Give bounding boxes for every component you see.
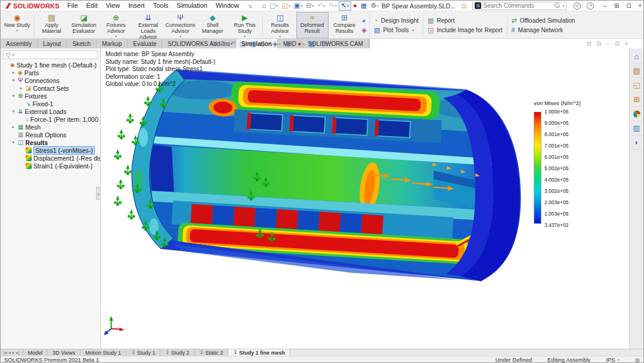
undo-icon[interactable]: ↶▾ bbox=[315, 1, 327, 11]
feedback-smiley-icon[interactable]: ☺ bbox=[457, 2, 471, 10]
help-icon[interactable]: ? bbox=[587, 2, 594, 10]
shell-manager-button[interactable]: ◆Shell Manager bbox=[197, 12, 229, 38]
forum-icon[interactable]: ◗ bbox=[630, 136, 643, 150]
graphics-viewport[interactable]: Model name: BP Spear AssemblyStudy name:… bbox=[101, 48, 629, 349]
trend-tracker-icon[interactable]: ◕ bbox=[362, 17, 367, 24]
tree-item-connections[interactable]: ▾ΨConnections bbox=[1, 76, 100, 84]
home-tab-icon[interactable]: ⌂ bbox=[630, 50, 643, 64]
doc-tab-study-1[interactable]: ↧Study 1 bbox=[126, 349, 160, 356]
prev-tab-button[interactable]: ◂ bbox=[8, 350, 11, 355]
design-library-icon[interactable]: ▤ bbox=[630, 64, 643, 78]
report-button[interactable]: ▥Report bbox=[428, 17, 502, 24]
offloaded-simulation-button[interactable]: ⇄Offloaded Simulation bbox=[512, 17, 575, 24]
first-tab-button[interactable]: |◂ bbox=[4, 350, 7, 355]
open-icon[interactable]: ◱▾ bbox=[280, 1, 292, 11]
status-globe-icon[interactable]: ◍ bbox=[635, 356, 640, 363]
menu-tools[interactable]: Tools bbox=[149, 1, 173, 11]
deformed-result-button[interactable]: ≈Deformed Result bbox=[296, 12, 329, 38]
panel-collapse-handle[interactable]: ◂ bbox=[96, 187, 100, 200]
run-this-study-button[interactable]: ▶Run This Study▾ bbox=[229, 12, 261, 38]
tree-item-fixed-1[interactable]: ↘Fixed-1 bbox=[1, 100, 100, 107]
select-arrow-icon[interactable]: ↖▾ bbox=[339, 1, 351, 11]
menu-window[interactable]: Window bbox=[212, 1, 243, 11]
tree-item-strain1-equivalent[interactable]: Strain1 (-Equivalent-) bbox=[1, 162, 100, 170]
doc-tab-study-1-fine-mesh[interactable]: ↧Study 1 fine mesh bbox=[228, 349, 290, 356]
tree-item-force-1-per-item-1-000-lbf[interactable]: ↓Force-1 (Per item: 1,000 lbf.) bbox=[1, 115, 100, 123]
tree-item-contact-sets[interactable]: ▸◪Contact Sets bbox=[1, 84, 100, 92]
tree-item-stress1-vonmises[interactable]: Stress1 (-vonMises-) bbox=[1, 146, 100, 154]
unit-system-selector[interactable]: IPS▾ bbox=[606, 356, 619, 363]
print-icon[interactable]: ⊟▾ bbox=[304, 1, 315, 11]
grid-viewports-button[interactable]: ⊞ bbox=[614, 2, 619, 9]
tree-item-displacement1-res-disp[interactable]: Displacement1 (-Res disp-) bbox=[1, 154, 100, 162]
new-document-icon[interactable]: ▢▾ bbox=[268, 1, 280, 11]
doc-tab-static-2[interactable]: ↧Static 2 bbox=[195, 349, 229, 356]
tab-layout[interactable]: Layout bbox=[38, 39, 67, 48]
search-icon[interactable] bbox=[555, 3, 560, 8]
tree-item-study-1-fine-mesh-default[interactable]: ◈Study 1 fine mesh (-Default-) bbox=[1, 61, 100, 69]
design-insight-button[interactable]: ◔Design Insight bbox=[374, 17, 419, 24]
evaluate-panel-icon[interactable]: ▦ bbox=[359, 1, 369, 11]
external-loads-advisor-button[interactable]: ⇊External Loads Advisor▾ bbox=[132, 12, 165, 38]
fatigue-check-icon[interactable]: ◈ bbox=[362, 26, 367, 34]
pin-menu-icon[interactable]: ↘ bbox=[244, 2, 255, 9]
close-button[interactable]: × bbox=[639, 2, 642, 9]
tree-item-parts[interactable]: ▸◆Parts bbox=[1, 69, 100, 76]
tree-item-result-options[interactable]: ▥Result Options bbox=[1, 131, 100, 139]
compare-results-button[interactable]: ⊞Compare Results bbox=[329, 12, 361, 38]
search-dropdown-icon[interactable]: ▾ bbox=[562, 4, 564, 8]
simulation-evaluator-button[interactable]: ◪Simulation Evaluator bbox=[68, 12, 100, 38]
tab-markup[interactable]: Markup bbox=[97, 39, 128, 48]
minimize-button[interactable]: – bbox=[603, 2, 607, 9]
hide-show-items-icon[interactable]: ◉▾ bbox=[284, 40, 293, 48]
results-advisor-button[interactable]: ◫Results Advisor▾ bbox=[264, 12, 296, 38]
include-image-for-report-button[interactable]: ◲Include Image for Report bbox=[428, 27, 502, 33]
zoom-to-area-icon[interactable]: ⊡ bbox=[220, 40, 225, 48]
appearances-scenes-icon[interactable] bbox=[630, 107, 643, 121]
fixtures-advisor-button[interactable]: ⊕Fixtures Advisor▾ bbox=[100, 12, 132, 38]
plot-tools-button[interactable]: ▧Plot Tools▾ bbox=[374, 27, 419, 33]
options-gear-icon[interactable]: ⚙▾ bbox=[369, 1, 380, 11]
menu-edit[interactable]: Edit bbox=[82, 1, 102, 11]
tree-item-results[interactable]: ▾◫Results bbox=[1, 139, 100, 146]
menu-simulation[interactable]: Simulation bbox=[172, 1, 211, 11]
viewport-close-button[interactable]: × bbox=[625, 41, 628, 47]
viewport-minimize-button[interactable]: – bbox=[606, 41, 609, 47]
feature-tree-filter[interactable]: ▽▾ bbox=[3, 50, 98, 59]
previous-view-icon[interactable]: ↶ bbox=[230, 40, 235, 48]
manage-network-button[interactable]: #Manage Network bbox=[512, 27, 575, 33]
tree-item-mesh[interactable]: ▸▦Mesh bbox=[1, 123, 100, 131]
zoom-to-fit-icon[interactable]: ⊙ bbox=[210, 40, 216, 48]
custom-properties-icon[interactable]: ▥ bbox=[630, 121, 643, 136]
pane-split-left-button[interactable]: ⊡ bbox=[587, 41, 592, 47]
menu-view[interactable]: View bbox=[101, 1, 124, 11]
viewport-restore-button[interactable]: ⊡ bbox=[615, 41, 620, 47]
doc-tab-model[interactable]: Model bbox=[23, 349, 48, 356]
apply-material-button[interactable]: ▤Apply Material bbox=[36, 12, 68, 38]
view-orientation-icon[interactable]: ◇▾ bbox=[260, 40, 268, 48]
display-style-icon[interactable]: ◈▾ bbox=[273, 40, 280, 48]
doc-tab-motion-study-1[interactable]: Motion Study 1 bbox=[80, 349, 126, 356]
scene-icon[interactable]: ▦▾ bbox=[309, 40, 318, 48]
doc-tab-3d-views[interactable]: 3D Views bbox=[48, 349, 80, 356]
redo-icon[interactable]: ↷▾ bbox=[327, 1, 339, 11]
view-palette-icon[interactable]: ⊞ bbox=[630, 93, 643, 107]
home-icon[interactable]: ⌂ bbox=[260, 1, 268, 11]
menu-insert[interactable]: Insert bbox=[124, 1, 149, 11]
traffic-light-icon[interactable]: ● bbox=[351, 1, 359, 11]
save-icon[interactable]: ▣▾ bbox=[292, 1, 304, 11]
last-tab-button[interactable]: ▸| bbox=[16, 350, 19, 355]
edit-appearance-icon[interactable]: ●▾ bbox=[298, 40, 305, 47]
pane-split-right-button[interactable]: ⊡ bbox=[597, 41, 602, 47]
doc-tab-study-2[interactable]: ↧Study 2 bbox=[160, 349, 194, 356]
section-view-icon[interactable]: ◫ bbox=[240, 40, 246, 48]
connections-advisor-button[interactable]: ΨConnections Advisor▾ bbox=[165, 12, 197, 38]
tab-assembly[interactable]: Assembly bbox=[1, 39, 38, 48]
search-input[interactable] bbox=[483, 2, 553, 9]
view-settings-icon[interactable]: ⊟▾ bbox=[322, 40, 330, 48]
next-tab-button[interactable]: ▸ bbox=[13, 350, 15, 355]
dynamic-annotation-icon[interactable]: ◨ bbox=[250, 40, 256, 48]
menu-file[interactable]: File bbox=[63, 1, 82, 11]
file-explorer-icon[interactable]: ◱ bbox=[630, 78, 643, 93]
new-study-button[interactable]: ◉New Study▾ bbox=[2, 12, 33, 38]
